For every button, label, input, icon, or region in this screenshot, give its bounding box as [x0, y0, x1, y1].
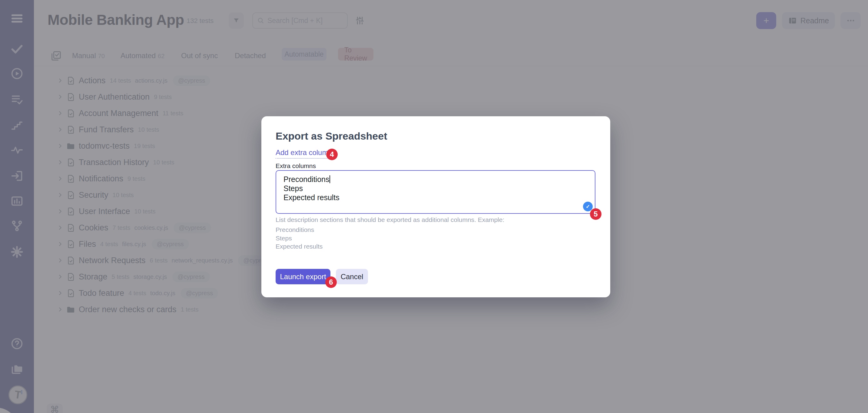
example-line: Steps	[276, 235, 292, 242]
export-modal: Export as Spreadsheet Add extra columns …	[261, 116, 610, 297]
modal-title: Export as Spreadsheet	[276, 130, 387, 142]
helper-text: List description sections that should be…	[276, 216, 504, 223]
extra-columns-label: Extra columns	[276, 162, 316, 169]
extra-columns-textarea[interactable]: Preconditions Steps Expected results	[276, 170, 595, 214]
example-line: Preconditions	[276, 226, 314, 233]
tutorial-step-badge-6: 6	[325, 277, 337, 288]
textarea-line: Preconditions	[283, 175, 588, 184]
example-line: Expected results	[276, 243, 322, 250]
cancel-button[interactable]: Cancel	[336, 269, 368, 284]
launch-export-button[interactable]: Launch export	[276, 269, 331, 284]
textarea-line: Expected results	[283, 193, 588, 202]
app-screen: T Mobile Banking App 132 tests + Readme	[0, 0, 868, 413]
tutorial-step-badge-5: 5	[590, 208, 601, 220]
text-cursor	[330, 175, 330, 183]
tutorial-step-badge-4: 4	[326, 149, 338, 160]
textarea-line: Steps	[283, 184, 588, 193]
